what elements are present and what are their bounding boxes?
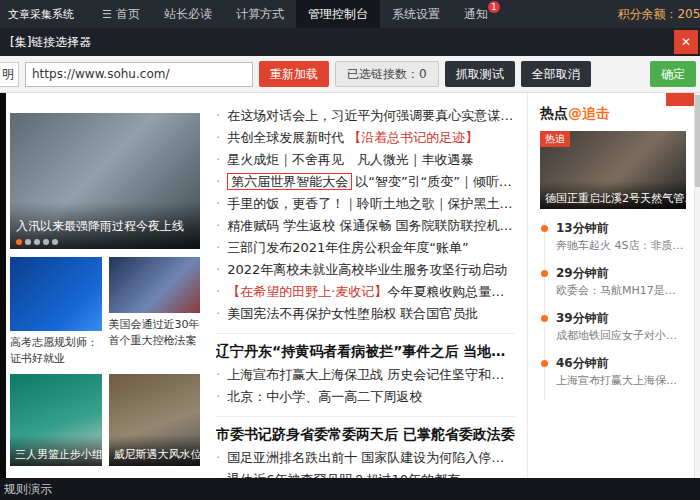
timeline-title: 欧委会：马航MH17是被俄罗斯… bbox=[556, 283, 686, 299]
notification-badge: 1 bbox=[488, 1, 500, 13]
news-item[interactable]: 精准赋码 学生返校 保通保畅 国务院联防联控机制回应 bbox=[216, 215, 515, 237]
footer-label: 规则演示 bbox=[4, 482, 52, 496]
carousel-dots bbox=[16, 239, 58, 245]
hot-news-header[interactable]: 热点@追击 bbox=[540, 105, 686, 123]
nav-item-settings[interactable]: 系统设置 bbox=[380, 0, 452, 28]
photo-tile[interactable]: 三人男篮止步小组赛 bbox=[10, 374, 102, 466]
news-text: 星火成炬｜不舍再见 凡人微光｜丰收遇暴 bbox=[227, 152, 473, 167]
news-text: 美国宪法不再保护女性堕胎权 联合国官员批 bbox=[227, 306, 478, 321]
timeline-item[interactable]: 46分钟前 上海宣布打赢大上海保卫战… bbox=[544, 356, 686, 401]
nav-menu: ☰首页 站长必读 计算方式 管理控制台 系统设置 通知1 bbox=[90, 0, 500, 28]
news-text: 三部门发布2021年住房公积金年度“账单” bbox=[227, 240, 469, 255]
footer-bar: 规则演示 bbox=[0, 478, 700, 500]
section-divider bbox=[216, 416, 515, 417]
news-item[interactable]: 北京：中小学、高一高二下周返校 bbox=[216, 386, 515, 408]
tile-caption: 三人男篮止步小组赛 bbox=[10, 435, 102, 466]
close-icon[interactable]: ✕ bbox=[674, 30, 698, 54]
news-text: 以“智变”引“质变”｜倾听创新的律动 bbox=[355, 174, 515, 189]
news-text-accent: 【在希望的田野上·麦收记】 bbox=[227, 284, 387, 299]
timeline-item[interactable]: 39分钟前 成都地铁回应女子对小孩发火… bbox=[544, 311, 686, 356]
menu-icon: ☰ bbox=[102, 8, 112, 21]
scrollbar-thumb[interactable] bbox=[695, 95, 700, 187]
nav-item-home[interactable]: ☰首页 bbox=[90, 0, 152, 28]
nav-item-console[interactable]: 管理控制台 bbox=[296, 0, 380, 28]
photo-tile[interactable]: 高考志愿规划师：证书好就业 bbox=[10, 257, 102, 367]
tile-caption: 高考志愿规划师：证书好就业 bbox=[10, 335, 102, 367]
points-balance: 积分余额：2050 bbox=[617, 6, 700, 23]
note-button[interactable]: 明 bbox=[0, 62, 19, 87]
tile-image bbox=[10, 257, 102, 331]
carousel-dot[interactable] bbox=[52, 239, 58, 245]
hot-card-title: 德国正重启北溪2号天然气管… bbox=[540, 181, 686, 209]
news-group-headline[interactable]: 市委书记跻身省委常委两天后 已掌舵省委政法委 bbox=[216, 423, 515, 445]
news-text: 2022年离校未就业高校毕业生服务攻坚行动启动 bbox=[227, 262, 507, 277]
headline-column: 在这场对话会上，习近平为何强调要真心实意谋发展？ 共创全球发展新时代 【沿着总书… bbox=[200, 93, 528, 478]
news-text: 精准赋码 学生返校 保通保畅 国务院联防联控机制回应 bbox=[227, 218, 515, 233]
news-text: 今年夏粮收购总量保持高水平 bbox=[387, 284, 515, 299]
timeline-title: 上海宣布打赢大上海保卫战… bbox=[556, 373, 686, 389]
reload-button[interactable]: 重新加载 bbox=[259, 61, 329, 87]
news-item[interactable]: 美国宪法不再保护女性堕胎权 联合国官员批 bbox=[216, 303, 515, 325]
nav-label: 首页 bbox=[116, 7, 140, 21]
carousel-dot[interactable] bbox=[16, 239, 22, 245]
news-item[interactable]: 星火成炬｜不舍再见 凡人微光｜丰收遇暴 bbox=[216, 149, 515, 171]
news-text: 在这场对话会上，习近平为何强调要真心实意谋发展？ bbox=[227, 108, 515, 123]
news-item[interactable]: 2022年离校未就业高校毕业生服务攻坚行动启动 bbox=[216, 259, 515, 281]
carousel-dot[interactable] bbox=[43, 239, 49, 245]
grab-test-button[interactable]: 抓取测试 bbox=[445, 61, 515, 87]
news-text-accent: 【沿着总书记的足迹】 bbox=[348, 130, 478, 145]
app-logo: 文章采集系统 bbox=[8, 7, 74, 22]
news-item-selected[interactable]: 第六届世界智能大会以“智变”引“质变”｜倾听创新的律动 bbox=[216, 171, 515, 193]
hot-timeline: 13分钟前 奔驰车起火 4S店：非质量问题… 29分钟前 欧委会：马航MH17是… bbox=[544, 221, 686, 401]
photo-column: 入汛以来最强降雨过程今夜上线 高考志愿规划师：证书好就业 美国会通过近30年首个… bbox=[10, 93, 200, 478]
news-group-headline[interactable]: 辽宁丹东“持黄码者看病被拦”事件之后 当地12345回应 bbox=[216, 340, 515, 362]
nav-item-must-read[interactable]: 站长必读 bbox=[152, 0, 224, 28]
photo-tile[interactable]: 美国会通过近30年首个重大控枪法案 bbox=[109, 257, 201, 367]
news-item[interactable]: 退休近6年被查罕见吗？超过10年的都有 bbox=[216, 469, 515, 478]
timeline-item[interactable]: 13分钟前 奔驰车起火 4S店：非质量问题… bbox=[544, 221, 686, 266]
news-item[interactable]: 上海宣布打赢大上海保卫战 历史会记住坚守和付出的所有人 bbox=[216, 364, 515, 386]
tile-caption: 美国会通过近30年首个重大控枪法案 bbox=[109, 317, 201, 349]
news-item[interactable]: 手里的饭，更香了！｜聆听土地之歌｜保护黑土地就是保护每个 bbox=[216, 193, 515, 215]
hot-news-card[interactable]: 热追 德国正重启北溪2号天然气管… bbox=[540, 131, 686, 209]
url-input[interactable] bbox=[25, 62, 253, 87]
tile-caption: 威尼斯遇大风水位暴涨 圣 bbox=[109, 435, 201, 466]
headline-list: 上海宣布打赢大上海保卫战 历史会记住坚守和付出的所有人 北京：中小学、高一高二下… bbox=[216, 364, 515, 408]
selected-link-box[interactable]: 第六届世界智能大会 bbox=[227, 173, 352, 190]
news-text: 北京：中小学、高一高二下周返校 bbox=[227, 389, 422, 404]
timeline-time: 13分钟前 bbox=[556, 221, 686, 236]
news-item[interactable]: 三部门发布2021年住房公积金年度“账单” bbox=[216, 237, 515, 259]
photo-carousel[interactable]: 入汛以来最强降雨过程今夜上线 bbox=[10, 113, 200, 249]
nav-label: 计算方式 bbox=[236, 7, 284, 21]
news-item[interactable]: 【在希望的田野上·麦收记】今年夏粮收购总量保持高水平 bbox=[216, 281, 515, 303]
timeline-time: 46分钟前 bbox=[556, 356, 686, 371]
confirm-button[interactable]: 确定 bbox=[650, 61, 696, 87]
timeline-title: 成都地铁回应女子对小孩发火… bbox=[556, 328, 686, 344]
panel-title: [集]链接选择器 bbox=[10, 34, 91, 51]
nav-item-notifications[interactable]: 通知1 bbox=[452, 0, 500, 28]
cancel-all-button[interactable]: 全部取消 bbox=[521, 61, 591, 87]
news-item[interactable]: 国足亚洲排名跌出前十 国家队建设为何陷入停滞？ bbox=[216, 447, 515, 469]
nav-label: 管理控制台 bbox=[308, 7, 368, 21]
selected-links-count[interactable]: 已选链接数：0 bbox=[335, 61, 439, 87]
news-item[interactable]: 在这场对话会上，习近平为何强调要真心实意谋发展？ bbox=[216, 105, 515, 127]
page-scrollbar[interactable] bbox=[694, 93, 700, 478]
nav-item-pricing[interactable]: 计算方式 bbox=[224, 0, 296, 28]
tile-image bbox=[109, 257, 201, 313]
web-page-content: 入汛以来最强降雨过程今夜上线 高考志愿规划师：证书好就业 美国会通过近30年首个… bbox=[0, 93, 700, 478]
timeline-item[interactable]: 29分钟前 欧委会：马航MH17是被俄罗斯… bbox=[544, 266, 686, 311]
nav-label: 站长必读 bbox=[164, 7, 212, 21]
photo-tile[interactable]: 威尼斯遇大风水位暴涨 圣 bbox=[109, 374, 201, 466]
headline-list: 在这场对话会上，习近平为何强调要真心实意谋发展？ 共创全球发展新时代 【沿着总书… bbox=[216, 105, 515, 325]
carousel-dot[interactable] bbox=[34, 239, 40, 245]
hot-head-accent: @追击 bbox=[568, 105, 610, 121]
timeline-time: 29分钟前 bbox=[556, 266, 686, 281]
hot-head-main: 热点 bbox=[540, 105, 568, 121]
news-text: 手里的饭，更香了！｜聆听土地之歌｜保护黑土地就是保护每个 bbox=[227, 196, 515, 211]
photo-grid: 高考志愿规划师：证书好就业 美国会通过近30年首个重大控枪法案 三人男篮止步小组… bbox=[10, 257, 200, 466]
hot-news-column: 热点@追击 热追 德国正重启北溪2号天然气管… 13分钟前 奔驰车起火 4S店：… bbox=[538, 93, 686, 478]
timeline-time: 39分钟前 bbox=[556, 311, 686, 326]
news-item[interactable]: 共创全球发展新时代 【沿着总书记的足迹】 bbox=[216, 127, 515, 149]
news-text: 共创全球发展新时代 bbox=[227, 130, 348, 145]
carousel-dot[interactable] bbox=[25, 239, 31, 245]
